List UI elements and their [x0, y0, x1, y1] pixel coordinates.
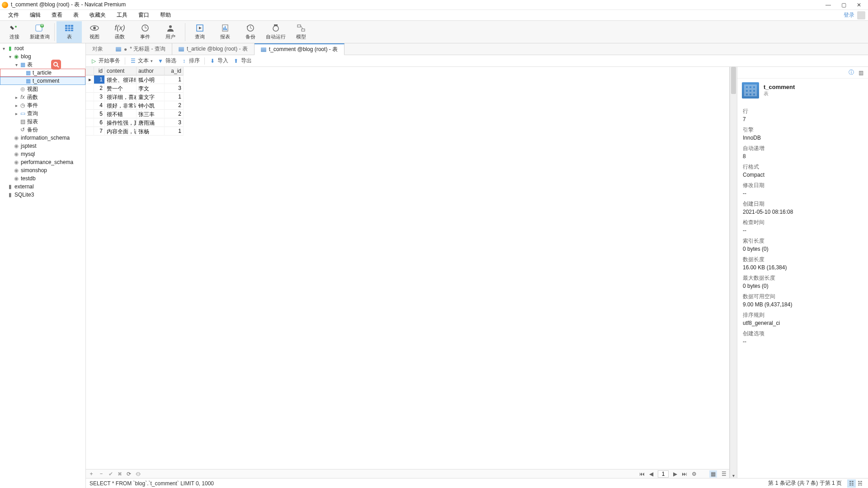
cell-aid[interactable]: 1	[165, 75, 184, 84]
toolbar-report[interactable]: 报表	[212, 21, 238, 43]
toolbar-table[interactable]: 表	[57, 21, 82, 43]
cell-content[interactable]: 内容全面，讲	[105, 127, 137, 136]
tab-t-article[interactable]: t_article @blog (root) - 表	[172, 43, 255, 55]
column-header-id[interactable]: id	[94, 67, 105, 75]
tree-views[interactable]: ◎ 视图	[0, 85, 85, 93]
toolbar-automation[interactable]: 自动运行	[263, 21, 288, 43]
column-header-content[interactable]: content	[105, 67, 137, 75]
cell-id[interactable]: 1	[94, 75, 105, 84]
maximize-button[interactable]: ▢	[840, 2, 847, 8]
tab-t-comment[interactable]: t_comment @blog (root) - 表	[255, 43, 344, 55]
delete-row-button[interactable]: －	[99, 470, 104, 478]
tree-db-testdb[interactable]: ◉ testdb	[0, 174, 85, 183]
tree-db-information-schema[interactable]: ◉ information_schema	[0, 134, 85, 142]
menu-tools[interactable]: 工具	[111, 10, 133, 20]
cell-content[interactable]: 很好，非常详	[105, 101, 137, 110]
cell-content[interactable]: 很详细，喜欢	[105, 93, 137, 101]
settings-icon[interactable]: ⚙	[692, 471, 697, 477]
cell-id[interactable]: 4	[94, 101, 105, 110]
tree-db-performance-schema[interactable]: ◉ performance_schema	[0, 158, 85, 166]
cell-author[interactable]: 唐雨涵	[137, 118, 165, 127]
toolbar-event[interactable]: 事件	[132, 21, 158, 43]
text-mode-button[interactable]: ☰ 文本 ▾	[130, 57, 153, 65]
cell-author[interactable]: 张杨	[137, 127, 165, 136]
tree-conn-external[interactable]: ▮ external	[0, 183, 85, 191]
cell-author[interactable]: 张三丰	[137, 110, 165, 118]
filter-button[interactable]: ▼ 筛选	[157, 57, 176, 65]
import-button[interactable]: ⬇ 导入	[209, 57, 228, 65]
begin-transaction-button[interactable]: ▷ 开始事务	[90, 57, 120, 65]
tree-queries[interactable]: ▸ ▭ 查询	[0, 109, 85, 117]
tree-backups[interactable]: ↺ 备份	[0, 126, 85, 134]
cell-id[interactable]: 7	[94, 127, 105, 136]
cell-id[interactable]: 2	[94, 84, 105, 93]
next-page-button[interactable]: ▶	[673, 471, 677, 477]
form-view-button[interactable]: ☰	[722, 471, 726, 477]
row-marker[interactable]	[86, 101, 94, 110]
stop-button[interactable]: ⦵	[136, 471, 141, 477]
tree-table-t-comment[interactable]: ▦ t_comment	[0, 77, 85, 85]
close-button[interactable]: ✕	[855, 2, 863, 8]
panel-toggle-icon[interactable]: ▥	[859, 70, 863, 76]
cell-aid[interactable]: 3	[165, 84, 184, 93]
apply-button[interactable]: ✔	[108, 471, 113, 477]
info-icon[interactable]: ⓘ	[849, 69, 854, 76]
minimize-button[interactable]: —	[825, 2, 832, 8]
menu-edit[interactable]: 编辑	[24, 10, 46, 20]
tree-functions[interactable]: ▸ fx 函数	[0, 93, 85, 101]
sql-toggle-icon[interactable]: ☵	[856, 479, 864, 488]
tree-conn-sqlite3[interactable]: ▮ SQLite3	[0, 191, 85, 199]
refresh-button[interactable]: ⟳	[127, 471, 131, 477]
cell-aid[interactable]: 2	[165, 110, 184, 118]
first-page-button[interactable]: ⏮	[639, 471, 645, 477]
cell-author[interactable]: 狐小明	[137, 75, 165, 84]
column-header-aid[interactable]: a_id	[165, 67, 184, 75]
cell-author[interactable]: 童文字	[137, 93, 165, 101]
tab-objects[interactable]: 对象	[86, 43, 109, 55]
cell-aid[interactable]: 2	[165, 101, 184, 110]
cell-id[interactable]: 5	[94, 110, 105, 118]
row-marker[interactable]	[86, 75, 94, 84]
toolbar-model[interactable]: 模型	[288, 21, 314, 43]
menu-help[interactable]: 帮助	[155, 10, 176, 20]
cell-id[interactable]: 3	[94, 93, 105, 101]
login-link[interactable]: 登录	[844, 11, 854, 19]
tree-reports[interactable]: ▤ 报表	[0, 117, 85, 126]
tree-events[interactable]: ▸ ◷ 事件	[0, 101, 85, 109]
page-input[interactable]	[658, 470, 669, 478]
tree-db-mysql[interactable]: ◉ mysql	[0, 150, 85, 158]
cell-aid[interactable]: 1	[165, 93, 184, 101]
menu-file[interactable]: 文件	[3, 10, 24, 20]
menu-table[interactable]: 表	[68, 10, 84, 20]
vertical-scrollbar[interactable]: ▴ ▾	[730, 67, 737, 478]
sort-button[interactable]: ↕ 排序	[181, 57, 200, 65]
row-marker[interactable]	[86, 84, 94, 93]
menu-favorites[interactable]: 收藏夹	[84, 10, 111, 20]
cell-content[interactable]: 操作性强，真	[105, 118, 137, 127]
tree-conn-root[interactable]: ▾ ▮ root	[0, 44, 85, 52]
toolbar-query[interactable]: 查询	[187, 21, 212, 43]
cell-id[interactable]: 6	[94, 118, 105, 127]
search-icon[interactable]	[51, 60, 61, 70]
cell-aid[interactable]: 3	[165, 118, 184, 127]
tree-db-blog[interactable]: ▾ ◉ blog	[0, 52, 85, 61]
row-marker[interactable]	[86, 110, 94, 118]
grid-view-button[interactable]: ▦	[709, 470, 717, 478]
cell-content[interactable]: 很全、很详细	[105, 75, 137, 84]
toolbar-backup[interactable]: 备份	[238, 21, 263, 43]
sidebar-tree[interactable]: ▾ ▮ root ▾ ◉ blog ▾ ▦ 表 ▦ t_article ▦ t_…	[0, 43, 86, 488]
cancel-button[interactable]: ✖	[118, 471, 122, 477]
tab-untitled-query[interactable]: ● * 无标题 - 查询	[109, 43, 172, 55]
tree-tables-group[interactable]: ▾ ▦ 表	[0, 61, 85, 69]
toolbar-view[interactable]: 视图	[82, 21, 107, 43]
form-toggle-icon[interactable]: ☷	[847, 479, 856, 488]
tree-table-t-article[interactable]: ▦ t_article	[0, 69, 85, 77]
prev-page-button[interactable]: ◀	[649, 471, 653, 477]
column-header-author[interactable]: author	[137, 67, 165, 75]
tree-db-simonshop[interactable]: ◉ simonshop	[0, 166, 85, 174]
row-marker[interactable]	[86, 127, 94, 136]
cell-aid[interactable]: 1	[165, 127, 184, 136]
toolbar-user[interactable]: 用户	[158, 21, 183, 43]
cell-author[interactable]: 李文	[137, 84, 165, 93]
row-marker[interactable]	[86, 118, 94, 127]
